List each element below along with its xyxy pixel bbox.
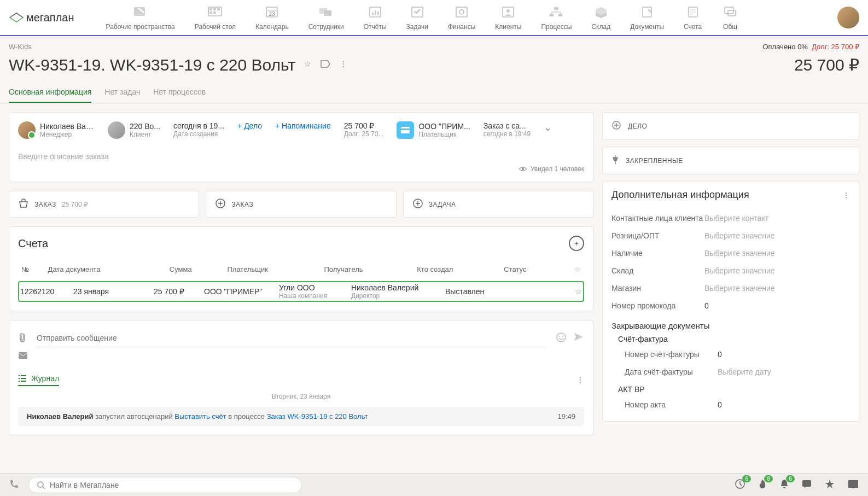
svg-point-18	[459, 10, 464, 14]
page-title: WK-9351-19. WK-9351-19 с 220 Вольт	[9, 56, 295, 74]
add-reminder-link[interactable]: + Напоминание	[275, 121, 331, 130]
send-icon[interactable]	[573, 332, 584, 345]
nav-finance[interactable]: Финансы	[438, 4, 485, 31]
akt-header: АКТ ВР	[611, 385, 850, 394]
closing-docs-header: Закрывающие документы	[611, 321, 850, 330]
nav-calendar[interactable]: 23Календарь	[246, 4, 299, 31]
tab-processes[interactable]: Нет процессов	[153, 83, 206, 103]
svg-rect-15	[377, 11, 379, 15]
logo[interactable]: мегаплан	[9, 11, 74, 24]
nav-documents[interactable]: Документы	[620, 4, 674, 31]
nav-items: Рабочие пространства Рабочий стол 23Кале…	[96, 4, 837, 31]
field-invoice-date[interactable]: Дата счёт-фактурыВыберите дату	[611, 363, 850, 381]
nav-clients[interactable]: Клиенты	[485, 4, 531, 31]
field-invoice-num[interactable]: Номер счёт-фактуры0	[611, 346, 850, 363]
invoices-title: Счета	[18, 237, 48, 250]
journal-tab[interactable]: Журнал	[18, 374, 59, 386]
add-invoice-button[interactable]: +	[569, 236, 584, 251]
star-icon[interactable]: ☆	[304, 60, 311, 70]
svg-rect-3	[213, 8, 216, 10]
desktop-icon	[206, 4, 224, 20]
add-deal-link[interactable]: + Дело	[237, 121, 262, 130]
field-retail[interactable]: Розница/ОПТВыберите значение	[611, 227, 850, 244]
nav-workspaces[interactable]: Рабочие пространства	[96, 4, 185, 31]
svg-rect-13	[372, 13, 374, 15]
chat-icon	[721, 4, 739, 20]
client-avatar	[108, 121, 125, 139]
plus-circle-icon	[412, 198, 423, 211]
more-icon[interactable]: ⋮	[576, 376, 584, 384]
field-stock[interactable]: НаличиеВыберите значение	[611, 244, 850, 262]
svg-rect-22	[550, 14, 554, 16]
nav-reports[interactable]: Отчёты	[354, 4, 397, 31]
tasks-icon	[409, 4, 426, 20]
basket-icon	[18, 199, 29, 210]
more-icon[interactable]: ⋮	[340, 60, 347, 70]
manager-block[interactable]: Николаев Вале...Менеджер	[18, 121, 95, 139]
more-icon[interactable]: ⋮	[842, 191, 850, 200]
nav-processes[interactable]: Процессы	[531, 4, 581, 31]
invoice-row[interactable]: 12262120 23 января 25 700 ₽ ООО "ПРИМЕР"…	[20, 283, 582, 300]
order-block[interactable]: Заказ с са...сегодня в 19:49	[483, 121, 531, 138]
tab-tasks[interactable]: Нет задач	[104, 83, 140, 103]
list-icon	[18, 375, 27, 382]
star-icon[interactable]: ☆	[575, 287, 582, 296]
user-avatar[interactable]	[837, 7, 859, 28]
mail-icon[interactable]	[18, 352, 28, 361]
nav-employees[interactable]: Сотрудники	[299, 4, 354, 31]
emoji-icon[interactable]	[556, 332, 567, 345]
svg-point-38	[562, 336, 563, 337]
nav-invoices[interactable]: Счета	[674, 4, 712, 31]
tag-icon[interactable]	[320, 60, 331, 70]
svg-point-20	[506, 9, 510, 13]
pinned-card[interactable]: ЗАКРЕПЛЕННЫЕ	[602, 147, 859, 174]
svg-point-33	[522, 168, 524, 170]
created-block: сегодня в 19...Дата создания	[173, 121, 224, 138]
client-block[interactable]: 220 Во...Клиент	[108, 121, 160, 139]
pin-icon	[611, 155, 619, 166]
journal-date: Вторник, 23 января	[18, 393, 584, 400]
svg-rect-2	[209, 8, 212, 10]
sidebar: ДЕЛО ЗАКРЕПЛЕННЫЕ Дополнительная информа…	[602, 112, 859, 435]
field-promo[interactable]: Номер промокода0	[611, 297, 850, 314]
field-shop[interactable]: МагазинВыберите значение	[611, 279, 850, 297]
seen-label: Увидел 1 человек	[18, 165, 584, 173]
svg-point-37	[559, 336, 560, 337]
invoices-icon	[684, 4, 702, 20]
breadcrumb[interactable]: W-Kids	[9, 43, 32, 51]
logo-icon	[9, 12, 24, 23]
field-contacts[interactable]: Контактные лица клиентаВыберите контакт	[611, 209, 850, 227]
manager-avatar	[18, 121, 36, 139]
message-input[interactable]	[37, 329, 547, 347]
svg-text:23: 23	[269, 11, 276, 17]
calendar-icon: 23	[263, 4, 281, 20]
description-input[interactable]	[18, 148, 584, 165]
topbar: мегаплан Рабочие пространства Рабочий ст…	[0, 0, 868, 36]
svg-rect-32	[401, 129, 410, 130]
deal-card[interactable]: ДЕЛО	[602, 112, 859, 140]
svg-rect-39	[19, 352, 27, 359]
header: W-Kids Оплачено 0% Долг: 25 700 ₽ WK-935…	[0, 36, 868, 74]
attach-icon[interactable]	[18, 332, 28, 345]
nav-chat[interactable]: Общ	[712, 4, 749, 31]
field-warehouse[interactable]: СкладВыберите значение	[611, 262, 850, 279]
info-card: Николаев Вале...Менеджер 220 Во...Клиент…	[9, 112, 593, 182]
order2-card[interactable]: ЗАКАЗ	[206, 191, 396, 218]
star-icon[interactable]: ☆	[574, 265, 581, 273]
field-akt-num[interactable]: Номер акта0	[611, 396, 850, 413]
svg-rect-6	[213, 11, 216, 14]
payer-block[interactable]: ООО "ПРИМ...Плательщик	[397, 121, 470, 139]
order-card[interactable]: ЗАКАЗ 25 700 ₽	[9, 191, 199, 218]
nav-warehouse[interactable]: Склад	[581, 4, 620, 31]
chevron-down-icon[interactable]: ⌄	[544, 121, 552, 133]
svg-rect-5	[209, 11, 212, 14]
processes-icon	[547, 4, 565, 20]
nav-tasks[interactable]: Задачи	[397, 4, 438, 31]
task-card[interactable]: ЗАДАЧА	[403, 191, 593, 218]
nav-desktop[interactable]: Рабочий стол	[185, 4, 246, 31]
plus-circle-icon	[215, 198, 226, 211]
workspaces-icon	[132, 4, 149, 20]
svg-rect-11	[324, 10, 331, 16]
tab-main[interactable]: Основная информация	[9, 83, 91, 103]
invoice-fact-header: Счёт-фактура	[611, 335, 850, 343]
